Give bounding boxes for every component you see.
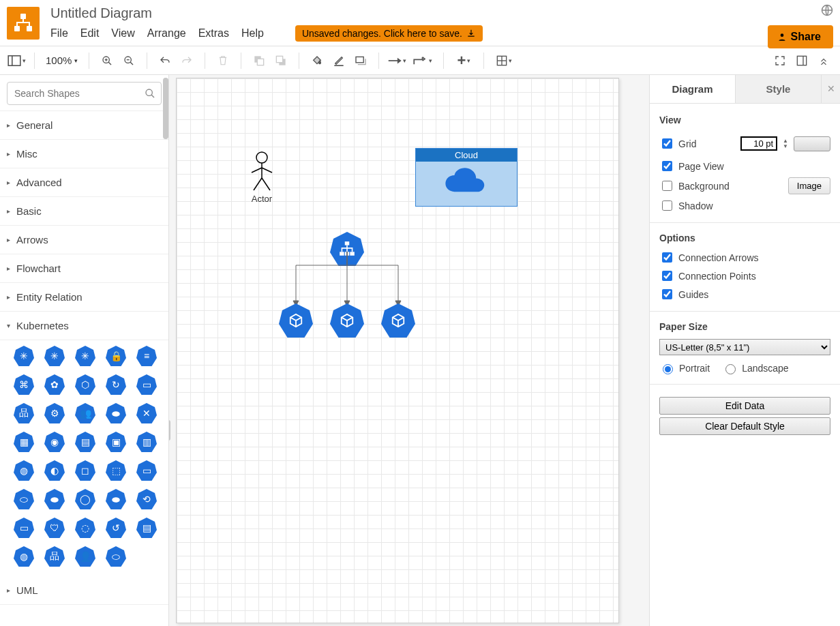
k8s-shape[interactable]: ◍: [12, 545, 35, 568]
menu-file[interactable]: File: [50, 27, 68, 40]
menu-extras[interactable]: Extras: [198, 27, 229, 40]
section-flowchart[interactable]: ▸Flowchart: [0, 254, 168, 283]
zoom-out-button[interactable]: [119, 51, 138, 70]
section-basic[interactable]: ▸Basic: [0, 197, 168, 226]
grid-size-input[interactable]: [740, 136, 777, 151]
sidebar-scrollbar-thumb[interactable]: [163, 78, 168, 139]
delete-button[interactable]: [213, 51, 232, 70]
waypoints-button[interactable]: ▾: [409, 51, 435, 70]
k8s-shape[interactable]: 品: [12, 402, 35, 425]
clear-default-style-button[interactable]: Clear Default Style: [659, 417, 830, 435]
k8s-shape[interactable]: ◍: [12, 459, 35, 482]
insert-button[interactable]: +▾: [452, 51, 475, 70]
collapse-button[interactable]: [814, 51, 833, 70]
section-entity-relation[interactable]: ▸Entity Relation: [0, 283, 168, 312]
connection-style-button[interactable]: ▾: [387, 51, 406, 70]
k8s-shape[interactable]: ↻: [104, 373, 127, 396]
tab-close-button[interactable]: ✕: [821, 75, 840, 103]
k8s-shape[interactable]: ⬬: [43, 488, 66, 511]
paper-size-select[interactable]: US-Letter (8,5" x 11"): [659, 339, 830, 355]
k8s-shape[interactable]: ▤: [135, 516, 158, 539]
fill-color-button[interactable]: [308, 51, 327, 70]
fullscreen-button[interactable]: [770, 51, 790, 70]
portrait-radio[interactable]: [663, 364, 673, 374]
edit-data-button[interactable]: Edit Data: [659, 397, 830, 415]
undo-button[interactable]: [155, 51, 175, 70]
k8s-shape[interactable]: ⬬: [104, 488, 127, 511]
k8s-shape[interactable]: ✕: [135, 402, 158, 425]
app-logo[interactable]: [7, 7, 40, 40]
background-image-button[interactable]: Image: [788, 177, 830, 194]
k8s-shape[interactable]: ▭: [12, 516, 35, 539]
section-general[interactable]: ▸General: [0, 111, 168, 140]
canvas-page[interactable]: Actor Cloud: [176, 78, 619, 623]
conn-arrows-checkbox[interactable]: [662, 252, 672, 263]
section-advanced[interactable]: ▸Advanced: [0, 168, 168, 197]
k8s-shape[interactable]: ✿: [43, 373, 66, 396]
section-arrows[interactable]: ▸Arrows: [0, 226, 168, 254]
k8s-shape[interactable]: ◐: [43, 459, 66, 482]
k8s-shape[interactable]: 🔒: [104, 344, 127, 368]
sidebar-toggle-button[interactable]: ▾: [7, 51, 26, 70]
to-front-button[interactable]: [250, 51, 269, 70]
document-title[interactable]: Untitled Diagram: [50, 5, 768, 21]
save-banner[interactable]: Unsaved changes. Click here to save.: [295, 25, 483, 42]
section-misc[interactable]: ▸Misc: [0, 140, 168, 168]
zoom-dropdown[interactable]: 100%▾: [43, 55, 80, 66]
conn-points-checkbox[interactable]: [662, 271, 672, 281]
k8s-shape[interactable]: ◉: [43, 430, 66, 453]
shape-cloud-container[interactable]: Cloud: [415, 148, 518, 207]
k8s-shape[interactable]: ◯: [74, 488, 97, 511]
redo-button[interactable]: [177, 51, 196, 70]
k8s-shape[interactable]: ↺: [104, 516, 127, 539]
k8s-shape[interactable]: ▥: [135, 430, 158, 453]
landscape-radio[interactable]: [725, 364, 736, 374]
search-shapes-box[interactable]: [7, 82, 162, 105]
background-checkbox[interactable]: [662, 181, 672, 191]
k8s-shape[interactable]: 👤: [74, 545, 97, 568]
k8s-shape[interactable]: ▦: [12, 430, 35, 453]
to-back-button[interactable]: [271, 51, 290, 70]
k8s-shape[interactable]: ⬚: [104, 459, 127, 482]
k8s-shape[interactable]: 品: [43, 545, 66, 568]
section-uml[interactable]: ▸UML: [0, 576, 168, 605]
k8s-shape[interactable]: 🛡: [43, 516, 66, 539]
grid-color-swatch[interactable]: [794, 136, 830, 151]
share-button[interactable]: Share: [768, 25, 833, 48]
k8s-shape[interactable]: ⚙: [43, 402, 66, 425]
section-kubernetes[interactable]: ▾Kubernetes: [0, 312, 168, 340]
k8s-shape[interactable]: ≡: [135, 344, 158, 368]
language-icon[interactable]: [821, 4, 833, 20]
k8s-shape[interactable]: ◻: [74, 459, 97, 482]
k8s-shape[interactable]: ◌: [74, 516, 97, 539]
grid-checkbox[interactable]: [662, 138, 672, 149]
k8s-shape[interactable]: ▤: [74, 430, 97, 453]
tab-diagram[interactable]: Diagram: [650, 75, 735, 103]
shape-actor[interactable]: Actor: [245, 151, 279, 204]
grid-size-stepper[interactable]: ▲▼: [783, 138, 788, 149]
k8s-shape[interactable]: ▣: [104, 430, 127, 453]
zoom-in-button[interactable]: [97, 51, 117, 70]
k8s-shape[interactable]: ⬭: [104, 545, 127, 568]
k8s-shape[interactable]: 👥: [74, 402, 97, 425]
k8s-shape[interactable]: ⌘: [12, 373, 35, 396]
k8s-shape[interactable]: ⬡: [74, 373, 97, 396]
k8s-shape[interactable]: ✳: [12, 344, 35, 368]
line-color-button[interactable]: [329, 51, 348, 70]
left-splitter-handle[interactable]: [169, 420, 170, 441]
tab-style[interactable]: Style: [735, 75, 821, 103]
shadow-button[interactable]: [351, 51, 370, 70]
shadow-checkbox[interactable]: [662, 200, 672, 211]
guides-checkbox[interactable]: [662, 289, 672, 299]
menu-help[interactable]: Help: [241, 27, 264, 40]
k8s-shape[interactable]: ⟲: [135, 488, 158, 511]
menu-arrange[interactable]: Arrange: [147, 27, 186, 40]
k8s-shape[interactable]: ⬬: [104, 402, 127, 425]
search-shapes-input[interactable]: [13, 87, 145, 100]
k8s-shape[interactable]: ▭: [135, 373, 158, 396]
k8s-shape[interactable]: ✳: [43, 344, 66, 368]
menu-view[interactable]: View: [111, 27, 134, 40]
k8s-shape[interactable]: ⬭: [12, 488, 35, 511]
k8s-shape[interactable]: ✳: [74, 344, 97, 368]
menu-edit[interactable]: Edit: [80, 27, 100, 40]
